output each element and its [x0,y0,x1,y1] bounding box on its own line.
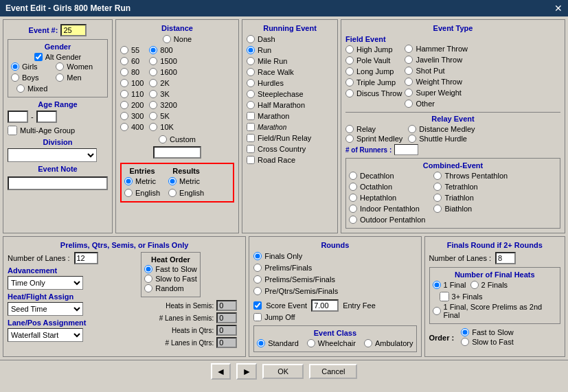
dist-3k[interactable] [149,90,157,98]
fe-javelin[interactable] [405,56,413,64]
round-prelims-finals[interactable] [253,264,262,272]
entry-fee-input[interactable] [311,299,339,312]
relay-relay[interactable] [345,125,354,133]
age-to-input[interactable] [36,111,57,123]
run-mile[interactable] [247,57,255,65]
fe-weight[interactable] [405,78,413,86]
relay-shuttle[interactable] [408,135,416,143]
entries-metric-radio[interactable] [124,177,133,185]
alt-gender-checkbox[interactable] [34,53,43,61]
run-marathon2[interactable] [247,123,255,131]
dist-80[interactable] [120,68,128,76]
comb-throws-pent[interactable] [433,172,442,180]
dist-800[interactable] [149,46,157,54]
results-english-radio[interactable] [168,189,177,197]
comb-heptathlon[interactable] [349,194,357,202]
next-button[interactable]: ► [236,363,257,380]
dist-5k[interactable] [149,112,157,120]
fo-fast-slow[interactable] [461,328,469,336]
fe-super-weight[interactable] [405,89,413,97]
results-metric-radio[interactable] [168,177,177,185]
comb-tetrathlon[interactable] [433,183,442,191]
jump-off-checkbox[interactable] [253,313,262,321]
run-half[interactable] [247,101,255,109]
event-number-input[interactable] [60,24,87,36]
lanes-semis-input[interactable] [216,312,237,323]
dist-200[interactable] [120,101,128,109]
gender-girls-radio[interactable] [11,62,19,71]
comb-decathlon[interactable] [349,172,357,180]
run-dash[interactable] [247,35,255,43]
gender-boys-radio[interactable] [11,73,19,82]
dist-3200[interactable] [149,101,157,109]
fe-pole-vault[interactable] [345,56,354,65]
fh-2-finals[interactable] [470,281,479,289]
heats-qtrs-input[interactable] [216,325,237,336]
dist-10k[interactable] [149,123,157,131]
comb-outdoor-pent[interactable] [349,216,357,224]
heat-flight-select[interactable]: Seed Time Random Lane [8,302,83,316]
dist-custom[interactable] [159,135,167,143]
comb-triathlon[interactable] [433,194,442,202]
dist-1600[interactable] [149,68,157,76]
run-hurdles[interactable] [247,79,255,87]
fe-long-jump[interactable] [345,67,354,76]
dist-1500[interactable] [149,57,157,65]
dist-55[interactable] [120,46,128,54]
score-event-checkbox[interactable] [253,301,262,310]
close-button[interactable]: ✕ [554,3,563,14]
custom-distance-input[interactable] [153,146,201,159]
heat-fast-slow[interactable] [144,265,152,273]
fe-high-jump[interactable] [345,45,354,54]
fh-3plus-checkbox[interactable] [440,292,449,301]
gender-women-radio[interactable] [56,62,64,71]
heat-slow-fast[interactable] [144,275,152,283]
comb-biathlon[interactable] [433,205,442,213]
class-wheelchair[interactable] [307,339,315,347]
heats-semis-input[interactable] [216,300,237,311]
distance-none-radio[interactable] [163,35,171,43]
gender-mixed-radio[interactable] [16,84,25,93]
fo-slow-fast[interactable] [461,338,469,346]
run-walk[interactable] [247,68,255,76]
heat-random[interactable] [144,284,152,292]
run-cross-country[interactable] [247,145,255,153]
fe-other[interactable] [405,100,413,108]
lanes-input[interactable] [74,252,98,264]
fh-1-final[interactable] [433,281,441,289]
fe-hammer[interactable] [405,45,413,53]
lanes-qtrs-input[interactable] [216,337,237,348]
age-from-input[interactable] [8,111,28,123]
comb-octathlon[interactable] [349,183,357,191]
dist-100[interactable] [120,79,128,87]
gender-men-radio[interactable] [56,73,64,82]
num-runners-input[interactable] [394,144,418,155]
dist-2k[interactable] [149,79,157,87]
run-marathon1[interactable] [247,112,255,120]
event-note-input[interactable] [8,176,108,190]
fe-triple-jump[interactable] [345,78,354,87]
dist-400[interactable] [120,123,128,131]
final-lanes-input[interactable] [495,252,516,264]
dist-300[interactable] [120,112,128,120]
dist-60[interactable] [120,57,128,65]
dist-110[interactable] [120,90,128,98]
fe-shot-put[interactable] [405,67,413,75]
round-finals-only[interactable] [253,252,262,260]
round-pre-qtrs[interactable] [253,287,262,295]
fh-1-score-prelims[interactable] [433,307,441,315]
comb-indoor-pent[interactable] [349,205,357,213]
run-run[interactable] [247,46,255,54]
prev-button[interactable]: ◄ [211,363,231,380]
run-steeple[interactable] [247,90,255,98]
multiage-checkbox[interactable] [8,126,17,135]
relay-distance[interactable] [408,125,416,133]
cancel-button[interactable]: Cancel [309,364,357,379]
division-select[interactable] [8,148,97,162]
run-field-relay[interactable] [247,134,255,142]
run-road-race[interactable] [247,156,255,164]
advancement-select[interactable]: Time Only Place Time and Place [8,276,83,290]
ok-button[interactable]: OK [262,364,304,379]
class-ambulatory[interactable] [364,339,372,347]
lane-pos-select[interactable]: Waterfall Start Standard Random [8,328,83,342]
